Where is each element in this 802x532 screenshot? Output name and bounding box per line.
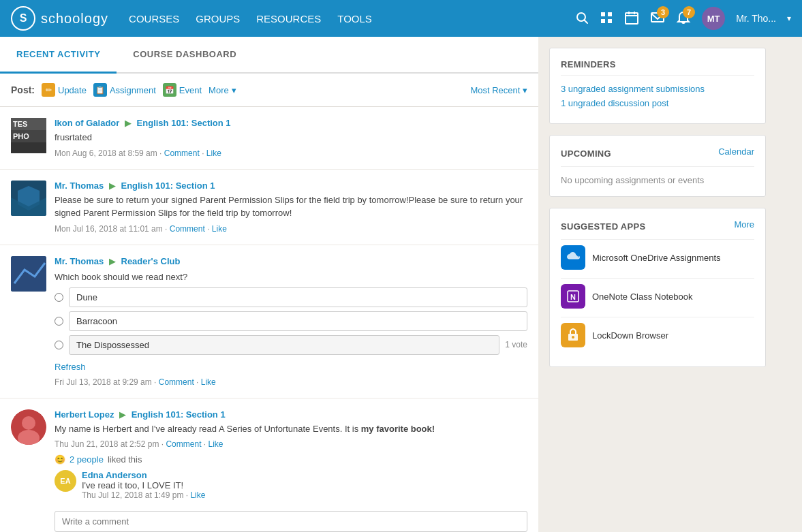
logo[interactable]: S schoology — [11, 6, 108, 31]
svg-rect-12 — [11, 256, 46, 292]
poll-radio[interactable] — [55, 317, 63, 326]
post-more-button[interactable]: More ▾ — [209, 85, 236, 95]
feed-header: Mr. Thomas ▶ Reader's Club — [55, 256, 527, 266]
poll-option-text: Barracoon — [69, 311, 527, 331]
upcoming-empty: No upcoming assignments or events — [561, 175, 754, 185]
suggested-apps-title: Suggested Apps — [561, 221, 645, 232]
update-icon: ✏ — [42, 83, 55, 97]
app-item: Microsoft OneDrive Assignments — [561, 239, 754, 270]
nav-right: 3 7 MT Mr. Tho... ▾ — [575, 7, 791, 30]
commenter-name[interactable]: Edna Anderson — [82, 470, 527, 480]
feed-author-link[interactable]: Mr. Thomas — [55, 256, 104, 266]
like-link[interactable]: Like — [208, 439, 223, 449]
content-area: RECENT ACTIVITY COURSE DASHBOARD Post: ✏… — [0, 37, 538, 532]
grid-icon[interactable] — [600, 11, 613, 27]
like-link[interactable]: Like — [206, 148, 221, 158]
feed-header: Ikon of Galador ▶ English 101: Section 1 — [55, 118, 527, 128]
suggested-apps-card: Suggested Apps More Microsoft OneDrive A… — [549, 208, 766, 367]
comment-meta: Thu Jul 12, 2018 at 1:49 pm · Like — [82, 490, 527, 500]
feed-item-body: Herbert Lopez ▶ English 101: Section 1 M… — [55, 409, 527, 533]
notifications-badge: 7 — [683, 6, 695, 18]
search-icon[interactable] — [575, 11, 589, 27]
most-recent-label: Most Recent — [470, 85, 520, 95]
nav-courses[interactable]: COURSES — [129, 13, 179, 25]
likes-row: 😊 2 people liked this — [55, 454, 527, 465]
logo-circle: S — [11, 6, 35, 31]
chevron-down-icon[interactable]: ▾ — [787, 14, 791, 23]
comment-like-link[interactable]: Like — [190, 490, 205, 500]
comment-link[interactable]: Comment — [159, 377, 194, 387]
avatar: TES PHO — [11, 118, 46, 153]
comment-body: Edna Anderson I've read it too, I LOVE I… — [82, 470, 527, 500]
update-label: Update — [58, 85, 87, 95]
vote-count: 1 vote — [505, 340, 527, 349]
comment-link[interactable]: Comment — [166, 439, 201, 449]
nav-resources[interactable]: RESOURCES — [256, 13, 321, 25]
activity-feed: TES PHO Ikon of Galador ▶ English 101: S… — [0, 107, 538, 532]
suggested-more-link[interactable]: More — [734, 219, 754, 230]
onenote-icon: N — [561, 284, 585, 309]
avatar — [11, 181, 46, 216]
comment-link[interactable]: Comment — [164, 148, 200, 158]
feed-destination-link[interactable]: English 101: Section 1 — [137, 118, 231, 128]
assignment-label: Assignment — [110, 85, 156, 95]
feed-item: TES PHO Ikon of Galador ▶ English 101: S… — [0, 107, 538, 170]
feed-content: My name is Herbert and I've already read… — [55, 422, 527, 436]
comment-section: 😊 2 people liked this EA Edna Anderson I… — [55, 454, 527, 532]
most-recent-dropdown[interactable]: Most Recent ▾ — [470, 85, 527, 95]
feed-content: Please be sure to return your signed Par… — [55, 193, 527, 220]
reminders-title: Reminders — [561, 59, 754, 76]
likers-link[interactable]: 2 people — [70, 454, 104, 465]
calendar-link[interactable]: Calendar — [718, 146, 754, 157]
tab-bar: RECENT ACTIVITY COURSE DASHBOARD — [0, 37, 538, 74]
calendar-icon[interactable] — [624, 10, 639, 27]
poll: Which book should we read next? Dune Bar… — [55, 272, 527, 372]
poll-option: Dune — [55, 287, 527, 307]
onedrive-icon — [561, 245, 585, 270]
poll-option: The Dispossessed 1 vote — [55, 335, 527, 355]
comment-link[interactable]: Comment — [170, 224, 205, 234]
feed-meta: Thu Jun 21, 2018 at 2:52 pm · Comment · … — [55, 439, 527, 449]
feed-author-link[interactable]: Herbert Lopez — [55, 409, 114, 420]
comment-input[interactable] — [55, 511, 527, 532]
post-update-button[interactable]: ✏ Update — [42, 83, 87, 97]
post-bar: Post: ✏ Update 📋 Assignment 📅 Event More… — [0, 74, 538, 107]
poll-radio[interactable] — [55, 293, 63, 302]
poll-radio[interactable] — [55, 341, 63, 349]
avatar[interactable]: MT — [702, 7, 725, 30]
post-label: Post: — [11, 84, 35, 95]
feed-item: Mr. Thomas ▶ English 101: Section 1 Plea… — [0, 170, 538, 245]
feed-author-link[interactable]: Mr. Thomas — [55, 181, 104, 191]
reminder-item[interactable]: 1 ungraded discussion post — [561, 98, 754, 108]
like-link[interactable]: Like — [212, 224, 227, 234]
upcoming-card: Upcoming Calendar No upcoming assignment… — [549, 135, 766, 197]
feed-content: frusrtated — [55, 131, 527, 144]
notifications-icon[interactable]: 7 — [676, 10, 691, 27]
lockdown-icon — [561, 323, 585, 347]
feed-destination-link[interactable]: Reader's Club — [121, 256, 181, 266]
refresh-link[interactable]: Refresh — [55, 362, 86, 372]
svg-point-15 — [22, 416, 35, 430]
feed-destination-link[interactable]: English 101: Section 1 — [121, 181, 215, 191]
post-assignment-button[interactable]: 📋 Assignment — [93, 83, 156, 97]
svg-rect-6 — [626, 13, 638, 24]
feed-author-link[interactable]: Ikon of Galador — [55, 118, 119, 128]
arrow-icon: ▶ — [109, 181, 116, 191]
nav-links: COURSES GROUPS RESOURCES TOOLS — [129, 13, 575, 25]
tab-recent-activity[interactable]: RECENT ACTIVITY — [0, 37, 117, 74]
app-name: OneNote Class Notebook — [592, 292, 692, 302]
feed-meta: Fri Jul 13, 2018 at 9:29 am · Comment · … — [55, 377, 527, 387]
svg-rect-3 — [608, 12, 612, 16]
nav-groups[interactable]: GROUPS — [196, 13, 240, 25]
avatar — [11, 409, 46, 445]
like-link[interactable]: Like — [201, 377, 216, 387]
feed-destination-link[interactable]: English 101: Section 1 — [132, 409, 226, 420]
feed-header: Mr. Thomas ▶ English 101: Section 1 — [55, 181, 527, 191]
reminder-item[interactable]: 3 ungraded assignment submissions — [561, 84, 754, 94]
messages-icon[interactable]: 3 — [650, 10, 665, 27]
sidebar: Reminders 3 ungraded assignment submissi… — [538, 37, 777, 532]
tab-course-dashboard[interactable]: COURSE DASHBOARD — [117, 37, 253, 74]
post-event-button[interactable]: 📅 Event — [163, 83, 202, 97]
svg-point-20 — [572, 336, 574, 339]
nav-tools[interactable]: TOOLS — [337, 13, 372, 25]
